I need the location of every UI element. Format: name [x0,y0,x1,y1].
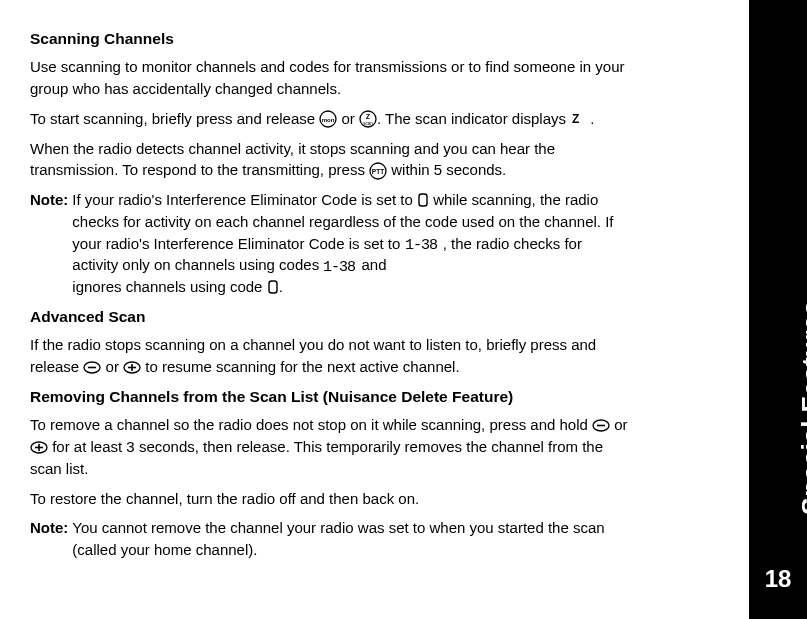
minus-button-icon-2 [592,419,610,432]
n1a: If your radio's Interference Eliminator … [72,191,417,208]
minus-button-icon [83,361,101,374]
scan-button-icon: Zscan [359,110,377,128]
note-interference: Note: If your radio's Interference Elimi… [30,189,630,298]
side-label-text: Special Features [793,300,807,515]
note-body: If your radio's Interference Eliminator … [72,189,630,298]
removing-channels-p2: To restore the channel, turn the radio o… [30,488,630,510]
note-label: Note: [30,189,72,298]
svg-text:Z: Z [366,113,371,120]
page-content: Scanning Channels Use scanning to monito… [0,0,690,589]
scanning-channels-heading: Scanning Channels [30,28,630,50]
ptt-button-icon: PTT [369,162,387,180]
scan-indicator-icon: Z [570,113,586,125]
code-zero-icon-2 [267,279,279,295]
side-label-container: Special Features 18 [749,0,807,619]
scanning-intro-p2: To start scanning, briefly press and rel… [30,108,630,130]
as1c: to resume scanning for the next active c… [141,358,460,375]
note-body-2: You cannot remove the channel your radio… [72,517,630,561]
code-zero-icon [417,192,429,208]
p3b: within 5 seconds. [387,161,506,178]
n1e: ignores channels using code [72,278,266,295]
svg-rect-8 [419,194,427,206]
code-range-icon: 1-38 [405,236,439,252]
p2c: . The scan indicator displays [377,110,570,127]
plus-button-icon-2 [30,441,48,454]
p2a: To start scanning, briefly press and rel… [30,110,319,127]
scanning-intro-p3: When the radio detects channel activity,… [30,138,630,182]
advanced-scan-p1: If the radio stops scanning on a channel… [30,334,630,378]
removing-channels-p1: To remove a channel so the radio does no… [30,414,630,479]
n1d: and [357,256,386,273]
scanning-intro-p1: Use scanning to monitor channels and cod… [30,56,630,100]
rc1c: for at least 3 seconds, then release. Th… [30,438,603,477]
code-range-icon-2: 1-38 [323,258,357,274]
note-home-channel: Note: You cannot remove the channel your… [30,517,630,561]
svg-text:mon: mon [322,117,335,123]
as1b: or [101,358,123,375]
svg-text:Z: Z [572,113,579,125]
mon-button-icon: mon [319,110,337,128]
note-label-2: Note: [30,517,72,561]
n1f: . [279,278,283,295]
svg-text:PTT: PTT [372,168,384,175]
p2d: . [586,110,594,127]
svg-text:scan: scan [363,121,373,126]
rc1b: or [610,416,628,433]
svg-text:1-38: 1-38 [323,259,356,274]
svg-text:1-38: 1-38 [405,237,438,252]
rc1a: To remove a channel so the radio does no… [30,416,592,433]
advanced-scan-heading: Advanced Scan [30,306,630,328]
svg-rect-11 [269,281,277,293]
plus-button-icon [123,361,141,374]
p2b: or [337,110,359,127]
page-number: 18 [749,562,807,597]
removing-channels-heading: Removing Channels from the Scan List (Nu… [30,386,630,408]
